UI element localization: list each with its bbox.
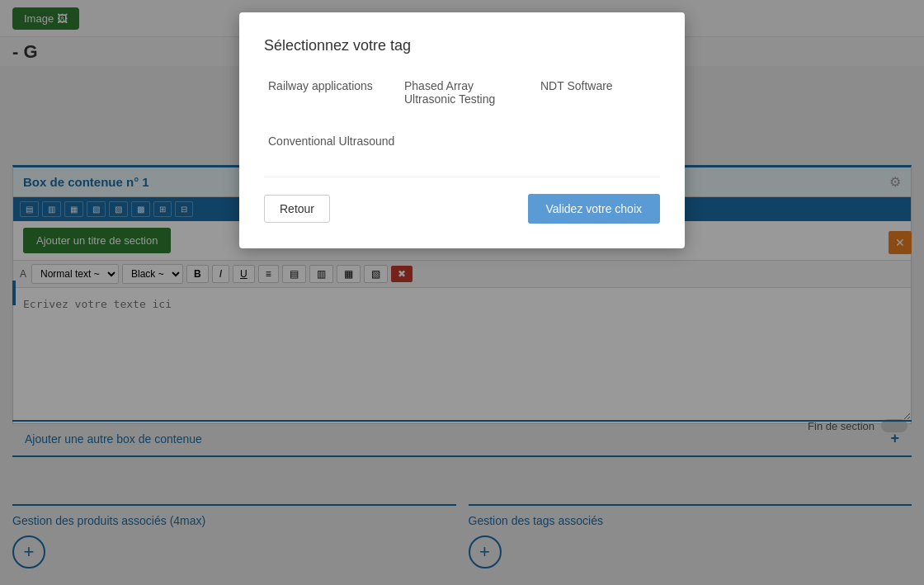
tag-item-ndt[interactable]: NDT Software: [536, 75, 660, 110]
modal-dialog: Sélectionnez votre tag Railway applicati…: [239, 12, 685, 248]
tag-item-phased[interactable]: Phased Array Ultrasonic Testing: [400, 75, 524, 110]
modal-footer: Retour Validez votre choix: [264, 177, 660, 224]
tag-item-railway[interactable]: Railway applications: [264, 75, 388, 110]
modal-title: Sélectionnez votre tag: [264, 37, 660, 54]
retour-button[interactable]: Retour: [264, 195, 330, 223]
tags-grid-row1: Railway applications Phased Array Ultras…: [264, 75, 660, 110]
modal-overlay: Sélectionnez votre tag Railway applicati…: [0, 0, 924, 585]
tags-grid-row2: Conventional Ultrasound: [264, 130, 660, 152]
valider-button[interactable]: Validez votre choix: [528, 194, 660, 224]
tag-item-conventional[interactable]: Conventional Ultrasound: [264, 130, 398, 152]
